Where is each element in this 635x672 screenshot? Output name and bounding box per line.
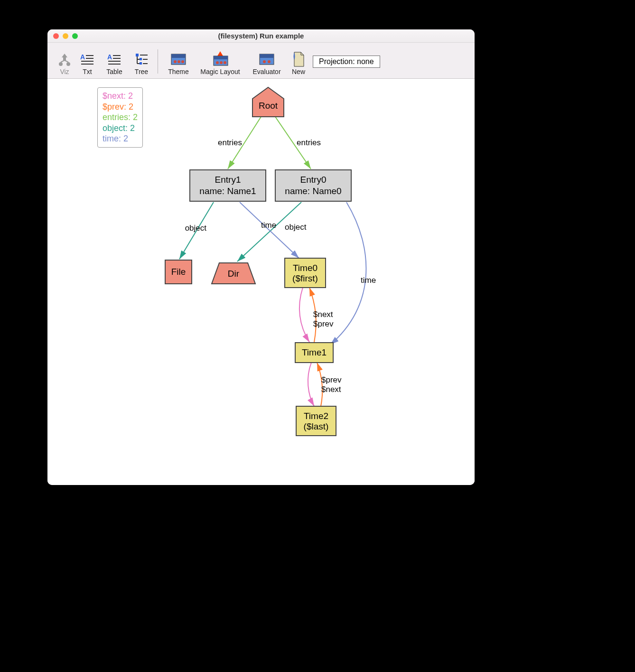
svg-point-35 (224, 61, 226, 64)
magic-layout-icon (211, 51, 230, 68)
edge-label-object-2: object (285, 223, 307, 232)
projection-selector[interactable]: Projection: none (313, 56, 380, 68)
toolbar: Viz A Txt A Table Tree (47, 43, 475, 79)
svg-line-5 (65, 60, 68, 62)
app-window: (filesystem) Run example Viz A Txt A Tab… (47, 29, 475, 485)
svg-rect-23 (140, 62, 142, 65)
svg-text:name: Name1: name: Name1 (199, 186, 256, 196)
svg-point-38 (263, 60, 266, 63)
svg-rect-26 (171, 54, 186, 58)
svg-text:Dir: Dir (228, 269, 240, 279)
window-title: (filesystem) Run example (47, 32, 475, 40)
edge-time1-time2-next (308, 363, 314, 406)
node-time2[interactable]: Time2 ($last) (296, 406, 336, 436)
svg-point-39 (268, 60, 271, 63)
edge-time0-time1-next (299, 288, 309, 342)
svg-rect-16 (136, 54, 139, 56)
graph-canvas[interactable]: $next: 2 $prev: 2 entries: 2 object: 2 t… (47, 79, 475, 485)
svg-point-3 (66, 62, 70, 66)
theme-icon (170, 51, 187, 68)
svg-text:Entry1: Entry1 (215, 175, 241, 185)
svg-rect-20 (140, 58, 142, 60)
svg-text:A: A (107, 53, 112, 61)
edge-label-next-1: $next (313, 310, 333, 319)
node-file[interactable]: File (165, 260, 192, 284)
svg-text:Time2: Time2 (304, 411, 328, 421)
svg-text:Time1: Time1 (302, 347, 327, 357)
svg-text:Entry0: Entry0 (300, 175, 327, 185)
viz-button[interactable]: Viz (53, 49, 76, 78)
titlebar: (filesystem) Run example (47, 29, 475, 43)
svg-marker-30 (217, 51, 223, 56)
svg-point-2 (59, 62, 63, 66)
theme-button[interactable]: Theme (163, 49, 194, 78)
svg-rect-32 (214, 56, 228, 59)
viz-icon (58, 51, 71, 68)
edge-label-next-2: $next (321, 385, 341, 394)
edge-label-prev-2: $prev (321, 375, 342, 384)
edge-label-time-2: time (361, 276, 376, 285)
svg-text:($last): ($last) (304, 421, 329, 431)
table-icon: A (107, 51, 121, 68)
edge-entry0-time1 (330, 202, 366, 345)
svg-text:File: File (171, 267, 186, 277)
svg-text:Root: Root (259, 101, 278, 111)
node-entry1[interactable]: Entry1 name: Name1 (190, 170, 266, 201)
svg-rect-1 (63, 57, 66, 60)
toolbar-separator (158, 49, 158, 74)
svg-point-27 (174, 60, 177, 63)
svg-text:($first): ($first) (292, 273, 318, 283)
tree-icon (134, 51, 149, 68)
txt-button[interactable]: A Txt (76, 49, 99, 78)
node-time0[interactable]: Time0 ($first) (285, 258, 326, 288)
txt-icon: A (80, 51, 94, 68)
svg-point-28 (177, 60, 180, 63)
node-dir[interactable]: Dir (212, 263, 255, 284)
svg-text:Time0: Time0 (293, 263, 318, 273)
svg-marker-0 (62, 54, 67, 57)
edge-label-entries-2: entries (297, 138, 321, 147)
edge-label-entries-1: entries (218, 138, 242, 147)
edge-entry0-dir (237, 202, 301, 261)
node-entry0[interactable]: Entry0 name: Name0 (275, 170, 351, 201)
svg-text:name: Name0: name: Name0 (285, 186, 341, 196)
graph-svg: entries entries object object time time … (47, 79, 475, 485)
svg-text:A: A (80, 53, 85, 61)
svg-point-34 (220, 61, 223, 64)
new-button[interactable]: New (287, 49, 310, 78)
svg-point-29 (181, 60, 184, 63)
table-button[interactable]: A Table (99, 49, 130, 78)
edge-label-prev-1: $prev (313, 319, 334, 328)
svg-point-33 (216, 61, 219, 64)
tree-button[interactable]: Tree (130, 49, 153, 78)
edge-label-object-1: object (185, 224, 207, 233)
evaluator-button[interactable]: Evaluator (246, 49, 287, 78)
evaluator-icon (259, 51, 275, 68)
svg-rect-37 (260, 54, 274, 58)
edge-time2-time1-prev (317, 363, 322, 406)
node-root[interactable]: Root (252, 87, 284, 117)
node-time1[interactable]: Time1 (295, 343, 333, 363)
svg-line-4 (61, 60, 65, 62)
new-icon (291, 51, 306, 68)
edge-label-time-1: time (261, 221, 276, 230)
magic-layout-button[interactable]: Magic Layout (194, 49, 246, 78)
